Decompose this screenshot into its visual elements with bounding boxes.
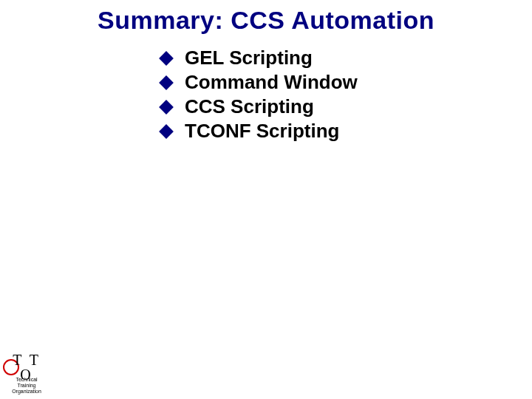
bullet-text: Command Window — [185, 71, 358, 94]
bullet-icon — [159, 124, 174, 139]
bullet-text: TCONF Scripting — [185, 120, 339, 143]
logo-acronym: T T O — [4, 352, 49, 382]
list-item: GEL Scripting — [161, 46, 358, 70]
bullet-text: GEL Scripting — [185, 47, 313, 69]
slide-title: Summary: CCS Automation — [0, 6, 532, 35]
tto-logo: T T O Technical Training Organization — [4, 358, 49, 395]
logo-sub-line: Training — [4, 383, 49, 389]
bullet-icon — [159, 100, 174, 115]
bullet-list: GEL Scripting Command Window CCS Scripti… — [161, 46, 358, 143]
bullet-text: CCS Scripting — [185, 95, 314, 118]
bullet-icon — [159, 51, 174, 66]
bullet-icon — [159, 75, 174, 90]
list-item: Command Window — [161, 70, 358, 95]
slide: Summary: CCS Automation GEL Scripting Co… — [0, 0, 532, 399]
logo-mark: T T O — [4, 358, 49, 377]
list-item: TCONF Scripting — [161, 119, 358, 143]
list-item: CCS Scripting — [161, 95, 358, 119]
logo-sub-line: Organization — [4, 389, 49, 395]
